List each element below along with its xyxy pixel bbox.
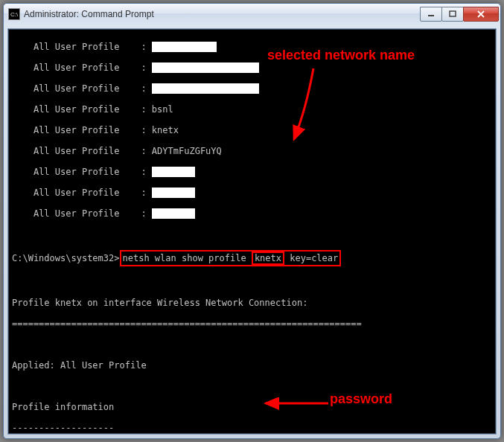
minimize-icon: [427, 10, 435, 18]
command-highlight: netsh wlan show profile knetx key=clear: [120, 250, 342, 266]
profile-line: All User Profile : xxxxxxxx: [12, 167, 492, 177]
terminal[interactable]: All User Profile : xxxxxxxxxxxx All User…: [7, 28, 497, 435]
svg-rect-0: [428, 15, 434, 16]
annotation-password: password: [330, 394, 392, 404]
profile-line: All User Profile : knetx: [12, 125, 492, 135]
maximize-button[interactable]: [441, 7, 464, 22]
annotation-selected-network: selected network name: [267, 50, 415, 60]
close-icon: [476, 10, 485, 18]
applied-line: Applied: All User Profile: [12, 360, 492, 371]
profile-line: All User Profile : xxxxxxxx: [12, 188, 492, 198]
cmd-window: C:\ Administrator: Command Prompt All Us…: [3, 3, 501, 439]
profile-line: All User Profile : xxxxxxxxxxxxxxxxxxxx: [12, 63, 492, 73]
cmd-icon: C:\: [8, 8, 20, 20]
profile-line: All User Profile : bsnl: [12, 104, 492, 115]
profile-line: All User Profile : xxxxxxxxxxxxxxxxxxxx: [12, 83, 492, 94]
command-line: C:\Windows\system32>netsh wlan show prof…: [12, 250, 492, 266]
profile-line: All User Profile : xxxxxxxxxxxx: [12, 42, 492, 52]
minimize-button[interactable]: [420, 7, 442, 22]
prompt-path: C:\Windows\system32>: [12, 253, 120, 263]
profile-line: All User Profile : xxxxxxxx: [12, 208, 492, 219]
profile-line: All User Profile : ADYTmFuZGFuYQ: [12, 146, 492, 156]
window-title: Administrator: Command Prompt: [24, 9, 421, 19]
svg-rect-1: [450, 11, 456, 16]
titlebar[interactable]: C:\ Administrator: Command Prompt: [4, 4, 500, 25]
maximize-icon: [449, 10, 456, 18]
network-name-highlight: knetx: [252, 252, 284, 265]
section-header: Profile information: [12, 402, 492, 412]
close-button[interactable]: [463, 7, 499, 22]
window-controls: [421, 7, 499, 22]
profile-header: Profile knetx on interface Wireless Netw…: [12, 298, 492, 308]
